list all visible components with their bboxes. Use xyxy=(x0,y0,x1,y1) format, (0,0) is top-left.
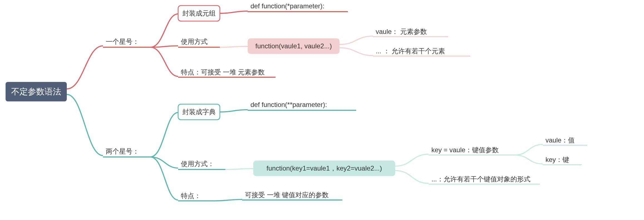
connector xyxy=(220,11,248,13)
node-two-star-usage-body[interactable]: function(key1=vaule1，key2=vuale2...) xyxy=(253,161,395,176)
node-two-star-usage-sub1a[interactable]: vaule：值 xyxy=(543,136,587,145)
one-star-usage-body-label: function(vaule1, vaule2...) xyxy=(255,42,332,50)
one-star-feature-label: 特点：可接受 一堆 元素参数 xyxy=(181,68,265,76)
one-star-usage-sub1-label: vaule： 元素参数 xyxy=(376,28,427,35)
one-star-usage-sub2-label: ... ： 允许有若干个元素 xyxy=(376,47,445,55)
connector xyxy=(150,157,178,200)
root-node[interactable]: 不定参数语法 xyxy=(6,82,67,101)
two-star-usage-sub1-label: key = vaule：键值参数 xyxy=(431,146,499,154)
connector xyxy=(515,155,543,164)
connector xyxy=(67,46,103,89)
node-two-star-feature[interactable]: 特点： xyxy=(178,192,214,201)
node-two-star-usage[interactable]: 使用方式： xyxy=(178,160,225,169)
node-one-star-usage[interactable]: 使用方式 xyxy=(178,38,220,47)
connector xyxy=(395,171,429,183)
node-one-star[interactable]: 一个星号： xyxy=(103,38,150,47)
node-one-star-def[interactable]: def function(*parameter): xyxy=(248,2,348,12)
connector xyxy=(150,14,178,47)
node-two-star-feature-body[interactable]: 可接受 一堆 键值对应的参数 xyxy=(242,191,342,200)
node-one-star-usage-sub2[interactable]: ... ： 允许有若干个元素 xyxy=(373,47,470,56)
connector xyxy=(220,46,248,47)
one-star-label: 一个星号： xyxy=(106,38,139,45)
connector xyxy=(340,48,373,56)
node-two-star[interactable]: 两个星号： xyxy=(103,148,150,157)
root-label: 不定参数语法 xyxy=(11,87,61,96)
two-star-feature-body-label: 可接受 一堆 键值对应的参数 xyxy=(245,191,329,199)
two-star-usage-label: 使用方式： xyxy=(181,160,214,168)
node-one-star-wrap[interactable]: 封装成元组 xyxy=(178,6,220,21)
connector xyxy=(395,154,429,166)
two-star-usage-body-label: function(key1=vaule1，key2=vuale2...) xyxy=(267,164,382,172)
one-star-usage-label: 使用方式 xyxy=(181,38,208,45)
one-star-wrap-label: 封装成元组 xyxy=(182,9,216,17)
node-one-star-usage-body[interactable]: function(vaule1, vaule2...) xyxy=(248,38,340,54)
node-two-star-usage-sub2[interactable]: ...：允许有若干个键值对象的形式 xyxy=(429,175,540,184)
connector xyxy=(150,112,178,157)
connector xyxy=(67,94,103,156)
node-one-star-feature[interactable]: 特点：可接受 一堆 元素参数 xyxy=(178,68,276,77)
mindmap-canvas: 不定参数语法 一个星号： 封装成元组 def function(*paramet… xyxy=(0,0,644,220)
connector xyxy=(150,47,178,76)
node-two-star-def[interactable]: def function(**parameter): xyxy=(248,101,356,110)
connector xyxy=(214,199,242,201)
two-star-usage-sub2-label: ...：允许有若干个键值对象的形式 xyxy=(431,175,530,183)
two-star-def-label: def function(**parameter): xyxy=(250,101,327,108)
one-star-def-label: def function(*parameter): xyxy=(250,2,324,10)
two-star-wrap-label: 封装成字典 xyxy=(182,108,216,116)
two-star-label: 两个星号： xyxy=(106,148,139,155)
connector xyxy=(515,144,543,155)
node-two-star-wrap[interactable]: 封装成字典 xyxy=(178,104,220,120)
node-two-star-usage-sub1b[interactable]: key：键 xyxy=(543,156,582,165)
two-star-usage-sub1a-label: vaule：值 xyxy=(545,136,575,144)
two-star-feature-label: 特点： xyxy=(181,192,201,199)
node-one-star-usage-sub1[interactable]: vaule： 元素参数 xyxy=(373,28,448,37)
connector xyxy=(220,110,248,112)
connector xyxy=(340,36,373,44)
connector xyxy=(225,169,253,169)
two-star-usage-sub1b-label: key：键 xyxy=(545,156,569,163)
node-two-star-usage-sub1[interactable]: key = vaule：键值参数 xyxy=(429,146,515,155)
